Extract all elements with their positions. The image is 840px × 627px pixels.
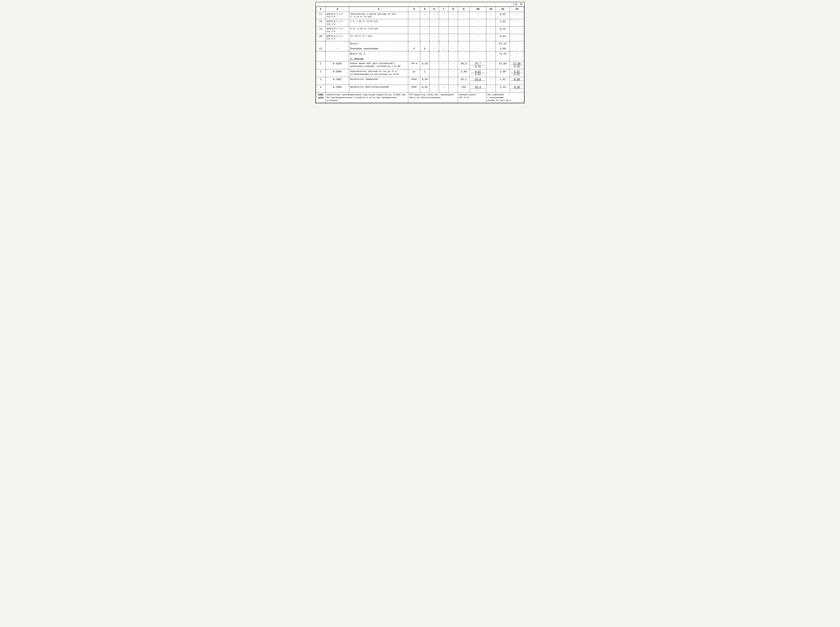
- col-header-10: IO: [470, 7, 486, 12]
- fraction-bottom: 8,55: [471, 65, 485, 68]
- row-col4: I00 м: [408, 61, 420, 69]
- row-col6: –: [429, 61, 439, 69]
- row-col3: Выключатель брызгонепроницаемый: [349, 85, 408, 93]
- row-col13: 0,66 –: [510, 77, 524, 85]
- table-row: I8 ЦОРСЦ № I ч.У отр.4-6 2-3: 7,8% от 24…: [316, 19, 524, 27]
- row-itogo-label: Итого:: [349, 41, 408, 46]
- row-col2: ЦОРСЦ № I ч.У отр.4-6: [325, 19, 349, 27]
- row-col2: ЦОРСЦ № I ч.У отр.4-6: [325, 12, 349, 19]
- footer-description: Комплектные трансформаторные подстанции …: [325, 93, 408, 103]
- row-col12: 2,33: [496, 85, 510, 93]
- table-row: I 8-4209 Кабель марки АНРГ двух-трехжиль…: [316, 61, 524, 69]
- row-col2: –: [325, 46, 349, 52]
- row-col11: –: [486, 34, 496, 41]
- row-col11: –: [486, 19, 496, 27]
- fraction-bottom: –: [511, 89, 523, 92]
- fraction-bottom: –: [511, 81, 523, 84]
- row-col10: –: [470, 34, 486, 41]
- row-col7: –: [439, 34, 448, 41]
- row-col10: 0,97 0,0I: [470, 69, 486, 77]
- footer-row: I9651970 Комплектные трансформаторные по…: [316, 93, 524, 103]
- table-row: 20 ЦОРСЦ № I ч.У отр.4-6 I3: 5% от 0,7 р…: [316, 34, 524, 41]
- row-col4: –: [408, 12, 420, 19]
- footer-project: Типовой проект407-3-I3: [458, 93, 486, 103]
- footer-album: Альбом I6: [487, 99, 499, 102]
- table-row: I7 ЦОРСЦ № I ч.У отр.4-6 Транспортные и …: [316, 12, 524, 19]
- fraction-top: 32,7: [471, 62, 485, 65]
- fraction-bottom: 0,0I: [471, 73, 485, 76]
- col-header-11: II: [486, 7, 496, 12]
- row-col6: –: [429, 85, 439, 93]
- row-col10: 32,7 8,55: [470, 61, 486, 69]
- row-col9: –: [458, 34, 470, 41]
- row-col8: –: [448, 77, 458, 85]
- row-col3: 2-3: 7,8% от 24,55 руб.: [349, 19, 408, 27]
- row-id: 4: [316, 85, 325, 93]
- row-id: I9: [316, 27, 325, 34]
- row-col9: 233: [458, 85, 470, 93]
- table-row: 2I – Плановые накопления % 6 – – – – – –…: [316, 46, 524, 52]
- row-col8: –: [448, 12, 458, 19]
- row-col10: –: [470, 12, 486, 19]
- row-col12: 2,6I: [496, 77, 510, 85]
- row-col7: –: [439, 85, 448, 93]
- row-id: I7: [316, 12, 325, 19]
- row-col2: [325, 41, 349, 46]
- row-col2: 8-700I: [325, 77, 349, 85]
- row-col12: 0,6I: [496, 12, 510, 19]
- row-col13: –: [510, 12, 524, 19]
- row-id: 20: [316, 34, 325, 41]
- fraction-top: 0,97: [471, 70, 485, 73]
- montage-header-row: 2. Монтаж: [316, 57, 524, 61]
- row-id: I: [316, 61, 325, 69]
- row-col12: 53,08: [496, 61, 510, 69]
- row-col7: –: [439, 12, 448, 19]
- col-header-2: 2: [325, 7, 349, 12]
- page-number: 31: [520, 3, 523, 6]
- row-col6: –: [429, 12, 439, 19]
- page-number-area: стр. 31: [316, 2, 524, 7]
- row-col5: 0,0I: [420, 85, 429, 93]
- row-col7: –: [439, 19, 448, 27]
- row-col2: ЦОРСЦ № I ч.У отр.4-6: [325, 27, 349, 34]
- table-row: 2 8-5966 Переключатель пакетный на ток д…: [316, 69, 524, 77]
- row-col6: –: [429, 27, 439, 34]
- col-header-5: 5: [420, 7, 429, 12]
- fraction-bottom: 0,0I: [511, 73, 523, 76]
- row-col11: –: [486, 69, 496, 77]
- row-col2: 8-4209: [325, 61, 349, 69]
- row-vsego-val: 7I,I5: [496, 51, 510, 57]
- row-col12: 0,22: [496, 27, 510, 34]
- row-col4: шт: [408, 69, 420, 77]
- fraction-top: 0,66: [511, 78, 523, 81]
- row-col3: I3: 5% от 0,7 руб.: [349, 34, 408, 41]
- row-col3: Переключатель пакетный на ток до 25 а, у…: [349, 69, 408, 77]
- row-col8: –: [448, 85, 458, 93]
- col-header-1: I: [316, 7, 325, 12]
- row-col3: 9-II: 8,6% от 2,59 руб.: [349, 27, 408, 34]
- row-col6: –: [429, 34, 439, 41]
- row-col12: 4,08: [496, 46, 510, 52]
- footer-year: I9651970: [316, 93, 325, 103]
- row-col9: 65,2: [458, 77, 470, 85]
- row-col4: –: [408, 19, 420, 27]
- row-col11: –: [486, 61, 496, 69]
- row-col11: –: [486, 12, 496, 19]
- row-id: I8: [316, 19, 325, 27]
- row-col2: ЦОРСЦ № I ч.У отр.4-6: [325, 34, 349, 41]
- row-col7: –: [439, 61, 448, 69]
- row-col6: –: [429, 19, 439, 27]
- row-col9: –: [458, 27, 470, 34]
- col-header-4: 4: [408, 7, 420, 12]
- row-col2: 8-7003: [325, 85, 349, 93]
- row-col10: –: [470, 19, 486, 27]
- row-col8: –: [448, 19, 458, 27]
- row-id: [316, 41, 325, 46]
- row-col9: 2,68: [458, 69, 470, 77]
- row-col4: %: [408, 46, 420, 52]
- row-col12: 0,04: [496, 34, 510, 41]
- row-col13: 0,35 –: [510, 85, 524, 93]
- fraction-bottom: 4,62: [511, 65, 523, 68]
- fraction-top: 35,4: [471, 86, 485, 89]
- table-row: 3 8-700I Выключатель защищенный I00шт 0,…: [316, 77, 524, 85]
